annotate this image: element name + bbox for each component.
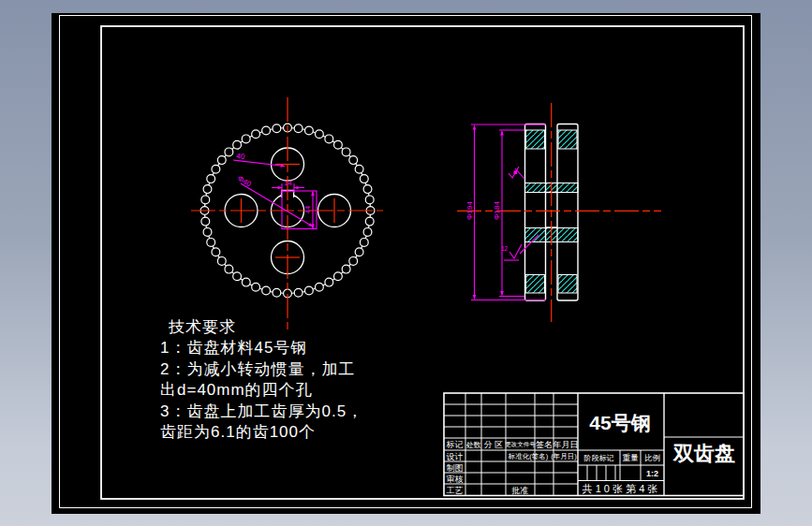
dim-outer-diameter: Φ194 — [465, 201, 474, 220]
dim-bore-diameter: Φ40 — [236, 174, 253, 189]
gear-front-view: 40 Φ40 14 44 — [191, 97, 383, 329]
gear-section-view: Φ194 Φ184 12 — [457, 103, 661, 322]
tb-row-check: 审核 — [447, 475, 464, 484]
tb-material: 45号钢 — [589, 412, 650, 433]
roughness-symbol-top — [509, 167, 524, 179]
tb-std-sign: 标准化(签名) — [508, 452, 549, 460]
dim-inner-diameter: Φ184 — [493, 201, 501, 220]
tb-approve: 批准 — [511, 486, 529, 495]
section-dimensions — [471, 124, 546, 300]
tb-header-date: 年月日 — [554, 440, 579, 449]
tb-scale-value: 1:2 — [646, 469, 658, 478]
drawing-geometry: 40 Φ40 14 44 — [0, 0, 812, 526]
tb-date-sign: (年月日) — [551, 452, 577, 460]
tb-stage-label: 阶段标记 — [584, 454, 614, 462]
tb-sheet-info: 共 1 0 张 第 4 张 — [582, 483, 658, 494]
tb-row-process: 工艺 — [447, 486, 464, 495]
dim-keyway-width: 14 — [284, 179, 291, 187]
dim-keyway-depth: 44 — [303, 206, 312, 213]
gear-centerlines — [191, 97, 383, 329]
tb-row-draw: 制图 — [447, 463, 464, 473]
tech-requirement-line: 1：齿盘材料45号钢 — [160, 338, 450, 358]
tb-header-count: 处数 — [466, 441, 481, 449]
cad-window: 40 Φ40 14 44 — [0, 0, 812, 526]
tech-requirement-line: 3：齿盘上加工齿厚为0.5， — [160, 402, 450, 422]
tb-scale-label: 比例 — [644, 453, 660, 462]
tech-requirement-line: 2：为减小转动惯量，加工 — [160, 359, 450, 380]
tb-header-sign: 签名 — [536, 440, 553, 449]
tb-row-design: 设计 — [447, 452, 464, 461]
dim-roughness-value: 12 — [501, 245, 509, 252]
tb-header-zone: 分 区 — [484, 440, 504, 449]
tech-requirement-line: 齿距为6.1的齿100个 — [160, 422, 450, 443]
tb-weight-label: 重量 — [623, 453, 640, 462]
tech-requirement-line: 出d=40mm的四个孔 — [160, 380, 450, 401]
tb-part-name: 双齿盘 — [672, 442, 735, 465]
tech-requirements-title: 技术要求 — [160, 317, 450, 338]
tb-header-docno: 更改文件号 — [505, 441, 536, 448]
dim-hole-diameter: 40 — [236, 152, 246, 161]
tech-requirements: 技术要求 1：齿盘材料45号钢 2：为减小转动惯量，加工 出d=40mm的四个孔… — [160, 317, 450, 443]
title-block: 标记 处数 分 区 更改文件号 签名 年月日 设计 制图 审核 工艺 标准化(签… — [444, 393, 744, 496]
